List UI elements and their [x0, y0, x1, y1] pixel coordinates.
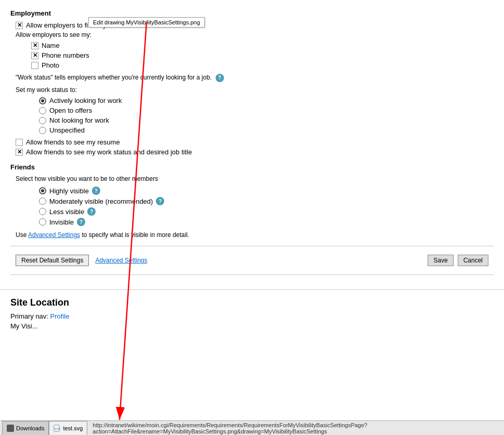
work-status-desc-row: "Work status" tells employers whether yo…: [16, 73, 488, 82]
radio-unspecified-row: Unspecified: [39, 126, 494, 134]
phone-label: Phone numbers: [42, 51, 89, 59]
invisible-help-icon[interactable]: ?: [77, 218, 85, 226]
reset-default-button[interactable]: Reset Default Settings: [16, 255, 89, 266]
employment-heading: Employment: [10, 9, 494, 17]
set-work-status-label: Set my work status to:: [16, 86, 488, 94]
svg-file-icon: SVG: [54, 425, 61, 432]
primary-nav-row: Primary nav: Profile: [10, 312, 494, 320]
radio-unspecified[interactable]: [39, 127, 46, 134]
radio-highly-visible-label: Highly visible: [49, 187, 89, 195]
save-button[interactable]: Save: [428, 255, 453, 266]
status-url: http://intranet/wikime/moin.cgi/Requirem…: [87, 422, 504, 434]
radio-less-visible[interactable]: [39, 208, 46, 215]
radio-not-looking-label: Not looking for work: [49, 116, 109, 124]
button-bar: Reset Default Settings Advanced Settings…: [10, 251, 494, 270]
radio-actively-label: Actively looking for work: [49, 97, 122, 104]
radio-less-visible-label: Less visible: [49, 208, 84, 216]
radio-moderately-visible-label: Moderately visible (recommended): [49, 197, 153, 205]
photo-label: Photo: [42, 61, 59, 69]
site-location-section: Site Location Primary nav: Profile My Vi…: [0, 289, 504, 336]
svg-tab[interactable]: SVG test.svg: [49, 421, 87, 435]
section-divider: [10, 274, 494, 275]
secondary-nav-label: My Visi...: [10, 322, 38, 330]
advanced-note-prefix: Use: [16, 231, 28, 239]
radio-open-row: Open to offers: [39, 107, 494, 114]
radio-actively-row: Actively looking for work: [39, 97, 494, 104]
advanced-settings-note: Use Advanced Settings to specify what is…: [16, 231, 488, 239]
svg-text:SVG: SVG: [55, 427, 60, 430]
downloads-icon: [7, 425, 14, 432]
allow-friends-work-status-checkbox[interactable]: ✕: [16, 149, 23, 156]
advanced-settings-button[interactable]: Advanced Settings: [95, 257, 147, 264]
work-status-help-icon[interactable]: ?: [216, 74, 224, 82]
friends-heading: Friends: [10, 163, 494, 171]
radio-invisible-label: Invisible: [49, 218, 74, 226]
radio-invisible-row: Invisible ?: [39, 218, 494, 226]
phone-checkbox[interactable]: ✕: [31, 52, 38, 59]
site-location-heading: Site Location: [10, 297, 494, 308]
name-label: Name: [42, 42, 60, 49]
allow-friends-resume-label: Allow friends to see my resume: [26, 138, 120, 146]
radio-open-label: Open to offers: [49, 107, 92, 114]
name-checkbox[interactable]: ✕: [31, 42, 38, 49]
allow-friends-work-status-label: Allow friends to see my work status and …: [26, 148, 192, 156]
radio-not-looking-row: Not looking for work: [39, 116, 494, 124]
radio-open[interactable]: [39, 107, 46, 114]
radio-moderately-visible[interactable]: [39, 197, 46, 205]
name-row: ✕ Name: [31, 42, 494, 49]
allow-find-resume-checkbox[interactable]: ✕: [16, 22, 23, 29]
button-divider: [10, 246, 494, 246]
allow-find-resume-row: ✕ Allow employers to find my resume: [16, 21, 494, 29]
radio-less-visible-row: Less visible ?: [39, 207, 494, 216]
photo-row: Photo: [31, 61, 494, 69]
radio-unspecified-label: Unspecified: [49, 126, 85, 134]
photo-checkbox[interactable]: [31, 62, 38, 69]
radio-highly-visible-row: Highly visible ?: [39, 187, 494, 195]
edit-drawing-tooltip: Edit drawing MyVisibilityBasicSettings.p…: [88, 17, 205, 28]
moderately-visible-help-icon[interactable]: ?: [156, 197, 164, 205]
downloads-tab[interactable]: Downloads: [2, 421, 49, 435]
primary-nav-label: Primary nav:: [10, 312, 48, 320]
allow-friends-work-status-row: ✕ Allow friends to see my work status an…: [16, 148, 494, 156]
advanced-note-suffix: to specify what is visible in more detai…: [80, 231, 189, 239]
phone-row: ✕ Phone numbers: [31, 51, 494, 59]
radio-actively[interactable]: [39, 97, 46, 104]
svg-tab-label: test.svg: [63, 425, 83, 431]
radio-not-looking[interactable]: [39, 117, 46, 124]
secondary-nav-row: My Visi...: [10, 322, 494, 330]
work-status-desc-text: "Work status" tells employers whether yo…: [16, 74, 211, 81]
radio-invisible[interactable]: [39, 218, 46, 226]
allow-friends-resume-row: Allow friends to see my resume: [16, 138, 494, 146]
allow-see-label: Allow employers to see my:: [16, 31, 488, 38]
advanced-settings-link[interactable]: Advanced Settings: [28, 231, 80, 239]
downloads-label: Downloads: [16, 425, 44, 431]
bottom-bar: Downloads SVG test.svg http://intranet/w…: [0, 420, 504, 435]
visibility-select-label: Select how visible you want to be to oth…: [16, 175, 488, 182]
allow-friends-resume-checkbox[interactable]: [16, 139, 23, 146]
radio-moderately-visible-row: Moderately visible (recommended) ?: [39, 197, 494, 205]
tooltip-text: Edit drawing MyVisibilityBasicSettings.p…: [93, 19, 200, 25]
less-visible-help-icon[interactable]: ?: [87, 207, 96, 216]
cancel-button[interactable]: Cancel: [458, 255, 488, 266]
radio-highly-visible[interactable]: [39, 187, 46, 194]
highly-visible-help-icon[interactable]: ?: [92, 187, 100, 195]
primary-nav-value[interactable]: Profile: [50, 312, 70, 320]
